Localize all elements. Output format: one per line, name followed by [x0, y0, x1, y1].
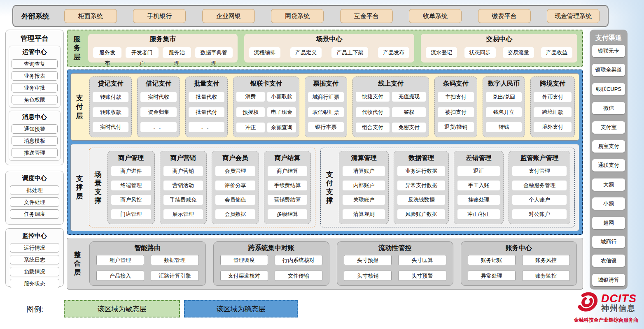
support-item-button[interactable]: 门店管理 — [111, 209, 151, 219]
payment-item-button[interactable]: 主扫支付 — [438, 92, 474, 102]
integration-item-button[interactable]: 数据管理 — [151, 255, 198, 265]
payment-item-button[interactable]: 实时代付 — [93, 122, 128, 132]
payment-item-button[interactable]: 退货/撤销 — [438, 122, 474, 132]
support-item-button[interactable]: 终端管理 — [111, 181, 151, 190]
integration-item-button[interactable]: 头寸匡算 — [398, 255, 446, 265]
support-item-button[interactable]: 冲正/补正 — [457, 209, 500, 219]
channel-button[interactable]: 超网 — [592, 217, 625, 229]
payment-item-button[interactable]: 小额取款 — [267, 92, 296, 102]
integration-item-button[interactable]: 头寸预报 — [344, 255, 392, 265]
payment-item-button[interactable]: 境外支付 — [534, 122, 572, 132]
service-item-button[interactable]: 交易流量 — [503, 47, 534, 58]
sidebar-item[interactable]: 业务审批 — [12, 83, 58, 93]
support-item-button[interactable]: 手续费结算 — [268, 181, 308, 190]
payment-item-button[interactable]: 钱包开立 — [486, 107, 522, 117]
service-item-button[interactable]: 数据字典管理 — [195, 47, 233, 58]
integration-item-button[interactable]: 租户管理 — [96, 255, 144, 265]
sidebar-item[interactable]: 消息模板 — [12, 136, 58, 146]
external-system-button[interactable]: 现金管理系统 — [547, 9, 600, 23]
support-item-button[interactable]: 对公账户 — [512, 209, 567, 219]
channel-button[interactable]: 城商行 — [592, 236, 625, 248]
payment-item-button[interactable]: 消费 — [236, 92, 265, 102]
integration-item-button[interactable]: 支付渠道核对 — [220, 271, 268, 281]
support-item-button[interactable]: 会员数据 — [215, 209, 255, 219]
support-item-button[interactable]: 个人账户 — [512, 195, 567, 205]
support-item-button[interactable]: 清算规则 — [343, 209, 385, 219]
sidebar-item[interactable]: 服务状态 — [10, 279, 59, 288]
payment-item-button[interactable]: 资金归集 — [140, 107, 176, 117]
support-item-button[interactable]: 业务运行数据 — [397, 166, 445, 176]
support-item-button[interactable]: 异常支付数据 — [397, 181, 445, 190]
external-system-button[interactable]: 收单系统 — [409, 9, 462, 23]
integration-item-button[interactable]: 文件传输 — [275, 271, 322, 281]
payment-item-button[interactable]: 预授权 — [236, 107, 265, 117]
external-system-button[interactable]: 手机银行 — [133, 9, 186, 23]
external-system-button[interactable]: 网贷系统 — [271, 9, 324, 23]
support-item-button[interactable]: 退汇 — [457, 166, 500, 176]
payment-item-button[interactable]: 电子现金 — [267, 107, 296, 117]
support-item-button[interactable]: 多级结算 — [268, 209, 308, 219]
channel-button[interactable]: 微信 — [592, 102, 625, 114]
payment-item-button[interactable]: 。。 — [140, 122, 176, 132]
service-item-button[interactable]: 产品发布 — [378, 47, 409, 58]
channel-button[interactable]: 易宝支付 — [592, 140, 625, 153]
payment-item-button[interactable]: 农信银汇票 — [308, 107, 344, 117]
payment-item-button[interactable]: 兑出/兑回 — [486, 92, 522, 102]
service-item-button[interactable]: 流水登记 — [426, 47, 457, 58]
support-item-button[interactable]: 营销费结算 — [268, 195, 308, 205]
support-item-button[interactable]: 展示管理 — [163, 209, 203, 219]
support-item-button[interactable]: 商户结算 — [268, 166, 308, 176]
service-item-button[interactable]: 产品定义 — [290, 47, 322, 58]
integration-item-button[interactable]: 账务风控 — [522, 255, 570, 265]
payment-item-button[interactable]: 批量代收 — [189, 92, 224, 102]
service-item-button[interactable]: 产品上下架 — [331, 47, 368, 58]
external-system-button[interactable]: 企业网银 — [202, 9, 255, 23]
payment-item-button[interactable]: 充值提现 — [392, 92, 426, 102]
payment-item-button[interactable]: 组合支付 — [356, 123, 390, 132]
support-item-button[interactable]: 商户营销 — [163, 166, 203, 176]
channel-button[interactable]: 银联无卡 — [592, 45, 625, 57]
support-item-button[interactable]: 内部账户 — [343, 181, 385, 190]
integration-item-button[interactable]: 账务监控 — [522, 271, 570, 281]
channel-button[interactable]: 银联CUPS — [592, 83, 625, 95]
support-item-button[interactable]: 关联账户 — [343, 195, 385, 205]
payment-item-button[interactable]: 快捷支付 — [356, 92, 390, 102]
payment-item-button[interactable]: 银行本票 — [308, 122, 344, 132]
payment-item-button[interactable]: 跨境汇款 — [534, 107, 572, 117]
support-item-button[interactable]: 会员管理 — [215, 166, 255, 176]
service-item-button[interactable]: 产品收益 — [541, 47, 572, 58]
integration-item-button[interactable]: 产品接入 — [96, 271, 144, 281]
channel-button[interactable]: 通联支付 — [592, 159, 625, 171]
support-item-button[interactable]: 营销活动 — [163, 181, 203, 190]
support-item-button[interactable]: 清算账户 — [343, 166, 385, 176]
payment-item-button[interactable]: 批量代付 — [189, 107, 224, 117]
payment-item-button[interactable]: 冲正 — [236, 123, 265, 132]
sidebar-item[interactable]: 推送管理 — [12, 148, 58, 158]
payment-item-button[interactable]: 转钱 — [486, 122, 522, 132]
external-system-button[interactable]: 柜面系统 — [64, 9, 117, 23]
sidebar-item[interactable]: 通知预警 — [12, 124, 58, 134]
payment-item-button[interactable]: 实时代收 — [140, 92, 176, 102]
service-item-button[interactable]: 状态同步 — [464, 47, 496, 58]
payment-item-button[interactable]: 转账付款 — [93, 92, 128, 102]
payment-item-button[interactable]: 余额查询 — [267, 123, 296, 132]
sidebar-item[interactable]: 业务报表 — [12, 71, 58, 81]
sidebar-item[interactable]: 角色权限 — [12, 95, 58, 104]
external-system-button[interactable]: 互金平台 — [340, 9, 393, 23]
service-item-button[interactable]: 服务治理 — [163, 47, 191, 58]
payment-item-button[interactable]: 被扫支付 — [438, 107, 474, 117]
integration-item-button[interactable]: 头寸预警 — [398, 271, 446, 281]
support-item-button[interactable]: 反洗钱数据 — [397, 195, 445, 205]
sidebar-item[interactable]: 运行情况 — [10, 243, 59, 253]
payment-item-button[interactable]: 鉴权 — [392, 107, 426, 117]
sidebar-item[interactable]: 系统日志 — [10, 255, 59, 264]
support-item-button[interactable]: 会员储值 — [215, 195, 255, 205]
integration-item-button[interactable]: 管理调度 — [220, 255, 268, 265]
integration-item-button[interactable]: 行内系统核对 — [275, 255, 322, 265]
support-item-button[interactable]: 风险账户数据 — [397, 209, 445, 219]
sidebar-item[interactable]: 任务调度 — [10, 209, 59, 219]
payment-item-button[interactable]: 。。 — [189, 122, 224, 132]
support-item-button[interactable]: 挂账处理 — [457, 195, 500, 205]
integration-item-button[interactable]: 账务记账 — [468, 255, 516, 265]
support-item-button[interactable]: 手工入账 — [457, 181, 500, 190]
